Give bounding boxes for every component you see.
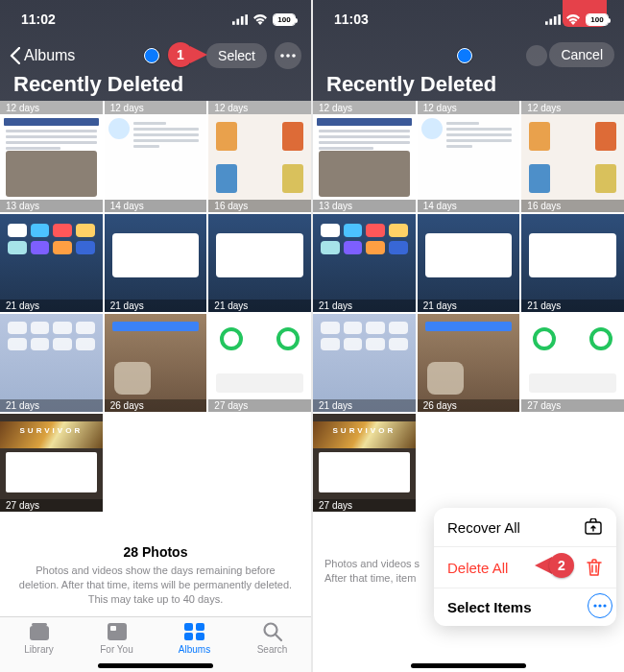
page-title: Recently Deleted [326, 72, 496, 97]
home-indicator[interactable] [98, 663, 213, 668]
photo-thumb[interactable]: 21 days [418, 214, 520, 312]
page-title: Recently Deleted [13, 72, 183, 97]
photo-thumb[interactable]: 26 days [105, 314, 207, 412]
photo-thumb[interactable]: 21 days [208, 214, 311, 312]
thumb-badge: 12 days [521, 101, 624, 114]
annotation-marker-2: 2 [535, 553, 574, 578]
survivor-label: SURVIVOR [313, 426, 416, 435]
trash-icon [582, 558, 603, 577]
svg-point-22 [593, 604, 596, 607]
photo-thumb[interactable]: 21 days [313, 214, 416, 312]
photo-grid[interactable]: 13 days 14 days 16 days 21 days 21 days … [0, 114, 311, 514]
svg-rect-19 [554, 15, 557, 24]
photo-thumb[interactable]: 26 days [418, 314, 520, 412]
photo-thumb[interactable]: 13 days [0, 114, 103, 212]
svg-line-16 [276, 635, 281, 640]
home-indicator[interactable] [411, 663, 526, 668]
footer-text-partial: Photos and videos s After that time, ite… [324, 557, 422, 586]
svg-rect-8 [32, 623, 47, 626]
photo-count: 28 Photos [15, 544, 296, 560]
battery-level: 100 [587, 14, 608, 25]
thumb-badge: 16 days [208, 200, 311, 212]
status-icons: 100 [545, 13, 609, 26]
back-button[interactable]: Albums [10, 47, 75, 64]
foryou-icon [106, 621, 129, 642]
battery-icon: 100 [273, 13, 296, 26]
svg-rect-14 [196, 633, 204, 640]
svg-rect-13 [184, 633, 193, 640]
thumb-badge: 21 days [105, 300, 207, 312]
search-icon [262, 621, 283, 642]
status-time: 11:03 [334, 12, 369, 27]
thumb-badge: 12 days [418, 101, 520, 114]
photo-thumb[interactable]: 27 days [208, 314, 311, 412]
svg-rect-1 [236, 18, 239, 24]
thumb-badge: 12 days [105, 101, 207, 114]
ellipsis-icon [593, 604, 607, 608]
thumb-badge: 27 days [313, 499, 416, 512]
photo-thumb[interactable]: 21 days [0, 314, 103, 412]
svg-rect-10 [110, 626, 116, 631]
thumb-badge: 21 days [313, 300, 416, 312]
wifi-icon [252, 13, 268, 25]
battery-icon: 100 [586, 13, 609, 26]
thumb-badge: 21 days [521, 300, 624, 312]
selection-dot [457, 48, 472, 63]
thumb-badge: 26 days [105, 399, 207, 412]
svg-rect-20 [558, 14, 561, 25]
photo-thumb[interactable]: SURVIVOR27 days [0, 414, 103, 512]
svg-rect-9 [108, 623, 127, 640]
annotation-marker-1: 1 [168, 42, 207, 67]
svg-point-24 [603, 604, 606, 607]
photo-thumb[interactable]: 16 days [208, 114, 311, 212]
tab-search[interactable]: Search [233, 621, 311, 672]
thumb-badge: 13 days [0, 200, 103, 212]
tab-library[interactable]: Library [0, 621, 78, 672]
photo-thumb[interactable]: 21 days [0, 214, 103, 312]
photo-thumb[interactable]: 14 days [105, 114, 207, 212]
thumb-badge: 27 days [0, 499, 103, 512]
thumb-badge: 16 days [521, 200, 624, 212]
svg-rect-11 [184, 623, 193, 631]
thumb-badge: 27 days [208, 399, 311, 412]
thumb-badge: 21 days [0, 399, 103, 412]
selection-dot [144, 48, 159, 63]
status-time: 11:02 [21, 12, 56, 27]
thumb-badge: 26 days [418, 399, 520, 412]
photo-thumb[interactable]: 21 days [313, 314, 416, 412]
survivor-label: SURVIVOR [0, 426, 103, 435]
photo-thumb[interactable]: 13 days [313, 114, 416, 212]
wifi-icon [565, 13, 581, 25]
thumb-badge: 14 days [105, 200, 207, 212]
svg-rect-7 [30, 626, 49, 640]
photo-thumb[interactable]: SURVIVOR27 days [313, 414, 416, 512]
ellipsis-icon [280, 54, 296, 58]
photo-thumb[interactable]: 21 days [105, 214, 207, 312]
photo-thumb[interactable]: 27 days [521, 314, 624, 412]
photo-thumb[interactable]: 14 days [418, 114, 520, 212]
status-icons: 100 [232, 13, 296, 26]
select-button[interactable]: Select [206, 43, 267, 68]
svg-point-4 [280, 54, 284, 58]
photo-grid[interactable]: 13 days 14 days 16 days 21 days 21 days … [313, 114, 624, 514]
cancel-button[interactable]: Cancel [549, 42, 614, 67]
recover-all-item[interactable]: Recover All [434, 508, 616, 547]
back-label: Albums [24, 47, 75, 64]
more-button[interactable] [275, 42, 301, 69]
svg-rect-0 [232, 21, 235, 25]
more-circle-button[interactable] [588, 593, 612, 618]
photo-thumb[interactable]: 21 days [521, 214, 624, 312]
photo-thumb[interactable]: 16 days [521, 114, 624, 212]
thumb-badge: 21 days [208, 300, 311, 312]
thumb-badge: 21 days [313, 399, 416, 412]
cellular-icon [232, 14, 248, 25]
thumb-badge: 12 days [313, 101, 416, 114]
chevron-left-icon [10, 47, 20, 64]
delete-all-item[interactable]: Delete All [434, 547, 616, 588]
thumb-badge: 12 days [0, 101, 103, 114]
status-bar: 11:03 100 [313, 0, 624, 36]
thumb-badge: 12 days [208, 101, 311, 114]
phone-left: 11:02 100 Albums Select Recently Deleted [0, 0, 311, 672]
albums-icon [182, 621, 207, 642]
svg-rect-2 [241, 15, 244, 24]
